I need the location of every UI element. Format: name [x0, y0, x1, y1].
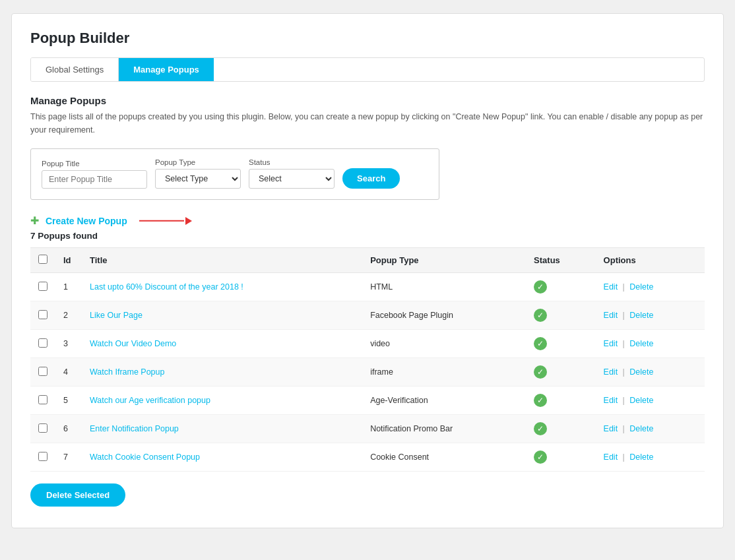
status-icon: ✓	[534, 280, 547, 294]
row-checkbox[interactable]	[38, 282, 48, 291]
row-options: Edit | Delete	[596, 273, 705, 301]
create-new-popup-link[interactable]: Create New Popup	[46, 216, 127, 226]
status-label: Status	[249, 158, 335, 166]
tab-manage-popups[interactable]: Manage Popups	[119, 58, 214, 81]
row-checkbox-cell	[30, 387, 55, 415]
table-row: 6 Enter Notification Popup Notification …	[30, 415, 705, 443]
pipe-separator: |	[623, 424, 625, 433]
col-checkbox	[30, 248, 55, 273]
edit-link[interactable]: Edit	[604, 282, 618, 292]
row-checkbox[interactable]	[38, 452, 48, 461]
status-icon: ✓	[534, 365, 547, 379]
col-options: Options	[596, 248, 705, 273]
section-title: Manage Popups	[30, 95, 705, 106]
row-title-link[interactable]: Enter Notification Popup	[90, 424, 179, 433]
row-title: Like Our Page	[82, 301, 362, 330]
row-title: Enter Notification Popup	[82, 415, 362, 443]
row-type: Notification Promo Bar	[362, 415, 526, 443]
table-row: 4 Watch Iframe Popup iframe ✓ Edit | Del…	[30, 358, 705, 387]
row-id: 1	[55, 273, 82, 301]
row-id: 3	[55, 330, 82, 358]
page-title: Popup Builder	[30, 30, 705, 47]
row-checkbox-cell	[30, 415, 55, 443]
row-type: video	[362, 330, 526, 358]
delete-link[interactable]: Delete	[629, 424, 653, 433]
row-id: 4	[55, 358, 82, 387]
row-id: 7	[55, 443, 82, 472]
pipe-separator: |	[623, 311, 625, 320]
status-icon: ✓	[534, 309, 547, 322]
row-status: ✓	[526, 358, 596, 387]
row-status: ✓	[526, 330, 596, 358]
table-header-row: Id Title Popup Type Status Options	[30, 248, 705, 273]
table-row: 7 Watch Cookie Consent Popup Cookie Cons…	[30, 443, 705, 472]
popup-title-input[interactable]	[42, 170, 147, 189]
select-all-checkbox[interactable]	[38, 255, 48, 264]
edit-link[interactable]: Edit	[604, 339, 618, 348]
row-options: Edit | Delete	[596, 358, 705, 387]
row-title-link[interactable]: Last upto 60% Discount of the year 2018 …	[90, 282, 243, 292]
tabs-container: Global Settings Manage Popups	[30, 57, 705, 82]
row-options: Edit | Delete	[596, 415, 705, 443]
popups-found-count: 7 Popups found	[30, 231, 705, 241]
row-checkbox[interactable]	[38, 395, 48, 404]
search-button[interactable]: Search	[342, 168, 400, 189]
row-checkbox-cell	[30, 330, 55, 358]
popups-table: Id Title Popup Type Status Options 1 Las…	[30, 247, 705, 472]
edit-link[interactable]: Edit	[604, 311, 618, 320]
row-title-link[interactable]: Like Our Page	[90, 311, 143, 320]
row-title: Watch Cookie Consent Popup	[82, 443, 362, 472]
red-arrow-icon	[139, 216, 192, 226]
delete-link[interactable]: Delete	[629, 311, 653, 320]
pipe-separator: |	[623, 339, 625, 348]
row-status: ✓	[526, 387, 596, 415]
delete-link[interactable]: Delete	[629, 367, 653, 377]
popup-type-label: Popup Type	[155, 158, 241, 166]
row-type: iframe	[362, 358, 526, 387]
row-title: Last upto 60% Discount of the year 2018 …	[82, 273, 362, 301]
table-row: 2 Like Our Page Facebook Page Plugin ✓ E…	[30, 301, 705, 330]
table-row: 1 Last upto 60% Discount of the year 201…	[30, 273, 705, 301]
popup-type-select[interactable]: Select Type HTML Facebook Page Plugin vi…	[155, 169, 241, 189]
row-title: Watch our Age verification popup	[82, 387, 362, 415]
delete-link[interactable]: Delete	[629, 396, 653, 405]
edit-link[interactable]: Edit	[604, 396, 618, 405]
row-title-link[interactable]: Watch Our Video Demo	[90, 339, 176, 348]
create-popup-row: ✚ Create New Popup	[30, 214, 705, 227]
col-id: Id	[55, 248, 82, 273]
row-title-link[interactable]: Watch our Age verification popup	[90, 396, 210, 405]
delete-link[interactable]: Delete	[629, 452, 653, 462]
delete-link[interactable]: Delete	[629, 339, 653, 348]
edit-link[interactable]: Edit	[604, 424, 618, 433]
col-popup-type: Popup Type	[362, 248, 526, 273]
status-select[interactable]: Select Active Inactive	[249, 169, 335, 189]
delete-selected-button[interactable]: Delete Selected	[30, 483, 125, 507]
row-status: ✓	[526, 443, 596, 472]
row-checkbox[interactable]	[38, 423, 48, 433]
row-checkbox[interactable]	[38, 310, 48, 319]
row-title: Watch Iframe Popup	[82, 358, 362, 387]
status-icon: ✓	[534, 337, 547, 350]
row-type: HTML	[362, 273, 526, 301]
edit-link[interactable]: Edit	[604, 367, 618, 377]
status-icon: ✓	[534, 451, 547, 464]
delete-link[interactable]: Delete	[629, 282, 653, 292]
row-checkbox[interactable]	[38, 367, 48, 376]
table-row: 3 Watch Our Video Demo video ✓ Edit | De…	[30, 330, 705, 358]
col-status: Status	[526, 248, 596, 273]
row-options: Edit | Delete	[596, 330, 705, 358]
col-title: Title	[82, 248, 362, 273]
row-title-link[interactable]: Watch Iframe Popup	[90, 367, 164, 377]
row-title: Watch Our Video Demo	[82, 330, 362, 358]
table-row: 5 Watch our Age verification popup Age-V…	[30, 387, 705, 415]
edit-link[interactable]: Edit	[604, 452, 618, 462]
row-status: ✓	[526, 301, 596, 330]
popup-title-field: Popup Title	[42, 160, 147, 189]
pipe-separator: |	[623, 396, 625, 405]
section-description: This page lists all of the popups create…	[30, 110, 705, 137]
row-checkbox[interactable]	[38, 338, 48, 348]
tab-global-settings[interactable]: Global Settings	[31, 58, 119, 81]
popup-type-field: Popup Type Select Type HTML Facebook Pag…	[155, 158, 241, 189]
row-options: Edit | Delete	[596, 443, 705, 472]
row-title-link[interactable]: Watch Cookie Consent Popup	[90, 452, 200, 462]
